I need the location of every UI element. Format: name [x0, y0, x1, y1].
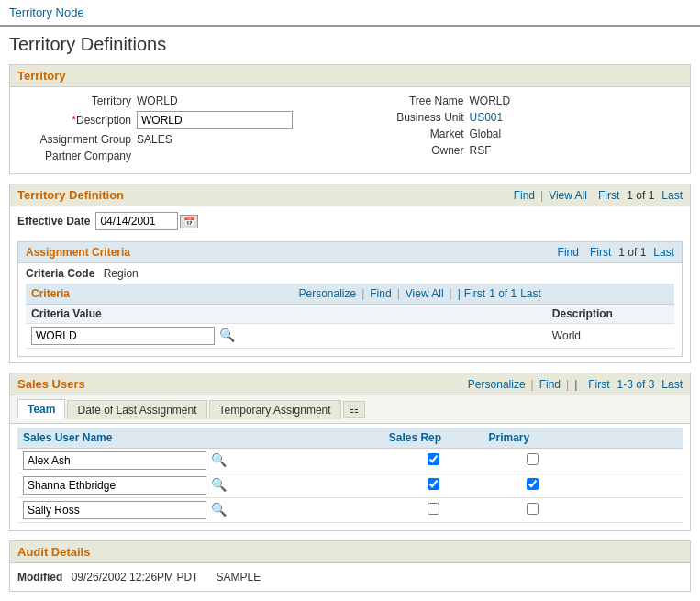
sales-users-nav: Personalize | Find | | First 1-3 of 3 La… — [468, 378, 683, 391]
territory-section-header: Territory — [10, 65, 690, 87]
sales-user-row: 🔍 — [17, 449, 683, 473]
sales-user-row: 🔍 — [17, 473, 683, 498]
criteria-search-button[interactable]: 🔍 — [217, 328, 237, 342]
criteria-value-col-header: Criteria Value — [26, 305, 547, 324]
nav-counter: 1 of 1 — [627, 189, 654, 202]
owner-value: RSF — [470, 144, 492, 157]
assignment-criteria-toolbar: Assignment Criteria Find First 1 of 1 La… — [18, 242, 682, 263]
sales-users-section: Sales Users Personalize | Find | | First… — [9, 373, 691, 531]
tab-grid-icon[interactable]: ☷ — [343, 401, 365, 418]
primary-checkbox-0[interactable] — [527, 453, 539, 465]
territory-value: WORLD — [137, 95, 178, 107]
sales-user-name-input-0[interactable] — [23, 451, 206, 470]
breadcrumb-bar: Territory Node — [0, 0, 700, 27]
description-col-header — [547, 284, 674, 305]
sales-rep-header: Sales Rep — [383, 428, 483, 449]
sales-user-name-header: Sales User Name — [17, 428, 383, 449]
tab-team[interactable]: Team — [17, 399, 65, 419]
first-nav[interactable]: First — [598, 189, 619, 202]
sales-tabs-row: Team Date of Last Assignment Temporary A… — [10, 395, 690, 424]
sales-user-name-input-2[interactable] — [23, 501, 206, 519]
sales-users-table: Sales User Name Sales Rep Primary 🔍 — [17, 428, 683, 523]
territory-section: Territory Territory WORLD Description As… — [9, 64, 691, 174]
sales-user-row: 🔍 — [17, 498, 683, 523]
ac-find-link[interactable]: Find — [558, 246, 579, 259]
criteria-view-all-link[interactable]: View All — [406, 287, 444, 300]
su-find-link[interactable]: Find — [539, 378, 561, 391]
sales-users-title: Sales Users — [17, 377, 85, 391]
ac-first-nav[interactable]: First — [590, 246, 611, 259]
primary-checkbox-2[interactable] — [527, 503, 539, 515]
market-value: Global — [470, 128, 502, 140]
sales-rep-checkbox-1[interactable] — [428, 478, 439, 490]
calendar-button[interactable]: 📅 — [180, 215, 198, 228]
sales-users-toolbar: Sales Users Personalize | Find | | First… — [10, 373, 690, 395]
page-title: Territory Definitions — [0, 27, 700, 64]
assignment-group-value: SALES — [137, 133, 172, 146]
primary-header: Primary — [483, 428, 583, 449]
audit-section-header: Audit Details — [10, 541, 690, 563]
description-col-header2: Description — [547, 305, 674, 324]
su-personalize-link[interactable]: Personalize — [468, 378, 526, 391]
assignment-criteria-section: Assignment Criteria Find First 1 of 1 La… — [17, 241, 683, 357]
territory-label: Territory — [17, 95, 137, 107]
su-last-nav[interactable]: Last — [661, 378, 683, 391]
owner-label: Owner — [350, 144, 470, 157]
territory-definition-title: Territory Definition — [17, 188, 124, 202]
tab-date-last-assignment[interactable]: Date of Last Assignment — [67, 400, 206, 419]
territory-definition-toolbar: Territory Definition Find | View All Fir… — [10, 184, 690, 206]
sales-rep-checkbox-2[interactable] — [428, 503, 439, 515]
modified-label: Modified — [17, 571, 62, 584]
sales-user-search-0[interactable]: 🔍 — [209, 452, 228, 467]
description-input[interactable] — [137, 111, 293, 129]
territory-definition-nav: Find | View All First 1 of 1 Last — [514, 189, 683, 202]
assignment-criteria-nav: Find First 1 of 1 Last — [558, 246, 674, 259]
criteria-personalize-link[interactable]: Personalize — [298, 287, 356, 300]
ac-nav-counter: 1 of 1 — [618, 246, 646, 259]
modified-value: 09/26/2002 12:26PM PDT — [72, 571, 199, 584]
sales-user-search-2[interactable]: 🔍 — [209, 502, 228, 517]
breadcrumb-link[interactable]: Territory Node — [9, 6, 84, 19]
business-unit-label: Business Unit — [350, 111, 470, 124]
criteria-value-input[interactable] — [31, 327, 215, 345]
criteria-first-nav[interactable]: First — [464, 287, 485, 300]
sales-user-search-1[interactable]: 🔍 — [209, 477, 228, 492]
ac-last-nav[interactable]: Last — [653, 246, 674, 259]
sales-rep-checkbox-0[interactable] — [428, 453, 439, 465]
criteria-code-row: Criteria Code Region — [18, 263, 682, 284]
find-link[interactable]: Find — [514, 189, 535, 202]
territory-definition-section: Territory Definition Find | View All Fir… — [9, 184, 691, 363]
tab-temporary-assignment[interactable]: Temporary Assignment — [209, 400, 341, 419]
criteria-code-label: Criteria Code — [26, 267, 94, 280]
audit-section: Audit Details Modified 09/26/2002 12:26P… — [9, 540, 691, 592]
sales-user-name-input-1[interactable] — [23, 476, 206, 495]
audit-content: Modified 09/26/2002 12:26PM PDT SAMPLE — [10, 563, 690, 591]
tree-name-label: Tree Name — [350, 95, 470, 107]
criteria-code-value: Region — [104, 267, 139, 280]
effective-date-label: Effective Date — [17, 215, 90, 228]
assignment-group-label: Assignment Group — [17, 133, 137, 146]
effective-date-row: Effective Date 📅 — [10, 206, 690, 236]
tree-name-value: WORLD — [470, 95, 511, 107]
criteria-last-nav[interactable]: Last — [520, 287, 541, 300]
primary-checkbox-1[interactable] — [527, 478, 539, 490]
criteria-header-label: Criteria — [31, 287, 70, 300]
su-first-nav[interactable]: First — [588, 378, 609, 391]
criteria-description: World — [547, 324, 674, 349]
criteria-col-header: Criteria Personalize | Find | View All |… — [26, 284, 547, 305]
criteria-row: 🔍 World — [26, 324, 674, 349]
criteria-nav-counter: 1 of 1 — [489, 287, 517, 300]
last-nav[interactable]: Last — [661, 189, 683, 202]
modified-by: SAMPLE — [217, 571, 261, 584]
description-label: Description — [17, 114, 137, 127]
business-unit-value[interactable]: US001 — [470, 111, 504, 124]
market-label: Market — [350, 128, 470, 140]
partner-company-label: Partner Company — [17, 150, 137, 162]
criteria-find-link[interactable]: Find — [370, 287, 391, 300]
su-nav-counter: 1-3 of 3 — [617, 378, 655, 391]
view-all-link[interactable]: View All — [549, 189, 587, 202]
criteria-table: Criteria Personalize | Find | View All |… — [26, 284, 674, 349]
assignment-criteria-title: Assignment Criteria — [26, 246, 130, 259]
effective-date-input[interactable] — [95, 212, 178, 230]
